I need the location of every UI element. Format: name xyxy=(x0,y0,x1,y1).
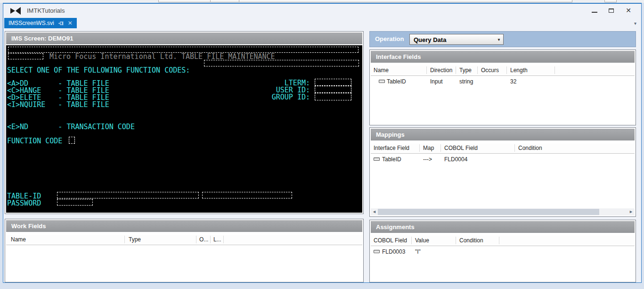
work-fields-panel-header: Work Fields xyxy=(6,220,362,232)
screen-field-group-id[interactable] xyxy=(315,93,351,100)
column-header-cobol-field: COBOL Field xyxy=(374,237,407,244)
terminal-end-line: <E>ND - TRANSACTION CODE xyxy=(7,124,135,131)
column-header-type: Type xyxy=(459,67,472,74)
scroll-left-icon[interactable]: ◄ xyxy=(372,209,376,215)
mappings-panel-header: Mappings xyxy=(371,129,635,140)
column-header-value: Value xyxy=(415,237,429,244)
column-header-type: Type xyxy=(129,236,141,243)
work-fields-empty-body[interactable] xyxy=(6,245,362,273)
background-toolbar-fragment xyxy=(604,0,617,2)
interface-fields-panel-header: Interface Fields xyxy=(371,51,635,63)
column-header-name: Name xyxy=(374,67,389,74)
interface-field-row[interactable]: TableID Input string 32 xyxy=(371,76,635,86)
tab-imsscreenws[interactable]: IMSScreenWS.svi ✕ xyxy=(4,18,77,28)
terminal-session-labels: LTERM: USER ID: GROUP ID: xyxy=(204,80,310,101)
field-icon xyxy=(374,250,380,253)
title-bar: IMTKTutorials ✕ xyxy=(3,4,641,18)
column-header-occurs: Occurs xyxy=(481,67,499,74)
chevron-down-icon: ▼ xyxy=(497,38,501,42)
group-id-label: GROUP ID: xyxy=(204,94,310,101)
window-title: IMTKTutorials xyxy=(27,7,65,14)
operation-label: Operation xyxy=(375,35,404,42)
column-header-length: Length xyxy=(510,67,528,74)
background-toolbar-fragment xyxy=(158,0,211,2)
column-header-map: Map xyxy=(423,145,434,151)
designer-client-area: IMS Screen: DEMO91 Micro Focus Internati… xyxy=(3,28,641,282)
screen-field-table-id[interactable] xyxy=(57,192,199,198)
terminal-banner-text: Micro Focus International Ltd. TABLE FIL… xyxy=(49,53,275,60)
field-icon xyxy=(374,157,380,161)
column-header-condition: Condition xyxy=(518,145,542,151)
scrollbar-thumb[interactable] xyxy=(378,209,599,215)
document-list-dropdown-icon[interactable]: ▾ xyxy=(634,21,636,26)
cell-map-arrow: ---> xyxy=(423,156,432,163)
function-code-label: FUNCTION CODE xyxy=(7,138,62,145)
minimize-button[interactable] xyxy=(587,8,602,15)
background-toolbar-fragment xyxy=(239,0,572,2)
password-label: PASSWORD xyxy=(7,200,41,207)
background-toolbar-fragment xyxy=(210,0,239,2)
terminal-function-line: <I>NQUIRE - TABLE FILE xyxy=(7,101,109,108)
screen-field-table-id-2[interactable] xyxy=(202,192,292,198)
screen-field-password[interactable] xyxy=(57,199,93,206)
work-fields-panel: Work Fields Name Type O... L... xyxy=(5,219,364,282)
cell-type: string xyxy=(459,78,473,85)
pin-icon[interactable] xyxy=(58,21,64,26)
operation-selected-value: Query Data xyxy=(414,36,446,43)
mapping-row[interactable]: TableID ---> FLD0004 xyxy=(371,154,635,164)
screen-field-function-code[interactable] xyxy=(69,137,75,144)
interface-fields-column-headers: Name Direction Type Occurs Length xyxy=(371,66,635,76)
assignments-panel-header: Assignments xyxy=(371,221,635,233)
assignments-panel: Assignments COBOL Field Value Condition … xyxy=(369,220,636,282)
cell-direction: Input xyxy=(430,78,443,85)
cell-cobol-field: FLD0003 xyxy=(382,248,405,255)
column-header-occurs: O... xyxy=(199,236,208,243)
screen-field-user-id[interactable] xyxy=(315,86,351,93)
tab-label: IMSScreenWS.svi xyxy=(8,20,54,26)
assignments-column-headers: COBOL Field Value Condition xyxy=(371,236,635,246)
screen-field-banner-left[interactable] xyxy=(8,53,43,59)
field-icon xyxy=(379,80,385,83)
cell-name: TableID xyxy=(387,78,406,85)
work-fields-column-headers: Name Type O... L... xyxy=(6,235,362,245)
column-header-length: L... xyxy=(213,236,221,243)
cell-interface-field: TableID xyxy=(382,156,401,163)
document-tab-strip: IMSScreenWS.svi ✕ ▾ xyxy=(3,18,641,28)
cell-value: "I" xyxy=(415,248,421,255)
terminal-select-prompt: SELECT ONE OF THE FOLLOWING FUNCTION COD… xyxy=(7,67,190,74)
ims-screen-panel: IMS Screen: DEMO91 Micro Focus Internati… xyxy=(5,31,364,214)
ims-screen-panel-header: IMS Screen: DEMO91 xyxy=(6,33,362,44)
close-window-button[interactable]: ✕ xyxy=(621,6,636,15)
screen-field-banner-right[interactable] xyxy=(204,60,359,66)
visual-studio-logo-icon xyxy=(10,6,21,16)
column-header-direction: Direction xyxy=(430,67,452,74)
operation-dropdown[interactable]: Query Data ▼ xyxy=(409,34,504,45)
maximize-button[interactable] xyxy=(604,7,619,15)
terminal-function-list: <A>DD - TABLE FILE <C>HANGE - TABLE FILE… xyxy=(7,80,109,108)
column-header-condition: Condition xyxy=(459,237,483,244)
screen-field-lterm[interactable] xyxy=(315,79,351,86)
column-header-interface-field: Interface Field xyxy=(374,145,409,151)
mappings-column-headers: Interface Field Map COBOL Field Conditio… xyxy=(371,143,635,154)
ims-terminal-screen: Micro Focus International Ltd. TABLE FIL… xyxy=(6,45,362,213)
app-window: IMTKTutorials ✕ IMSScreenWS.svi ✕ ▾ IMS … xyxy=(3,3,642,283)
close-tab-icon[interactable]: ✕ xyxy=(68,20,73,26)
operation-bar: Operation Query Data ▼ xyxy=(369,31,636,47)
scroll-right-icon[interactable]: ► xyxy=(629,209,633,215)
column-header-name: Name xyxy=(11,236,26,243)
cell-length: 32 xyxy=(510,78,516,85)
assignment-row[interactable]: FLD0003 "I" xyxy=(371,246,635,256)
horizontal-scrollbar[interactable]: ◄ ► xyxy=(371,208,635,215)
interface-fields-panel: Interface Fields Name Direction Type Occ… xyxy=(369,50,636,125)
column-header-cobol-field: COBOL Field xyxy=(444,145,478,151)
mappings-panel: Mappings Interface Field Map COBOL Field… xyxy=(369,127,636,217)
cell-cobol-field: FLD0004 xyxy=(444,156,467,163)
